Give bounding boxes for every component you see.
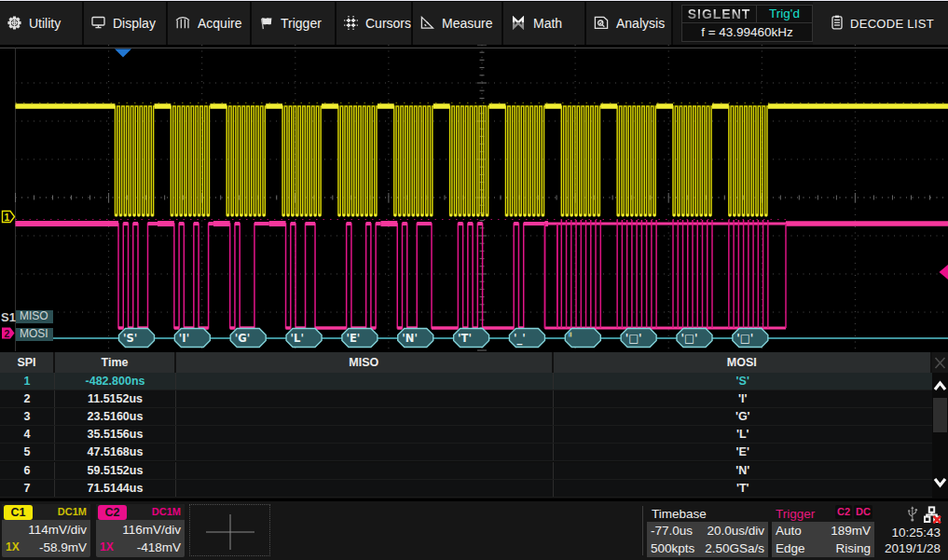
table-row-4[interactable]: 435.5156us'L' bbox=[0, 426, 932, 444]
math-icon bbox=[511, 16, 526, 30]
volts-per-div: 116mV/div bbox=[122, 523, 181, 537]
table-row-1[interactable]: 1-482.800ns'S' bbox=[0, 373, 932, 390]
channel-badge-c2[interactable]: C2 bbox=[98, 505, 127, 520]
menu-item-label: Utility bbox=[29, 16, 61, 31]
table-row-7[interactable]: 771.5144us'T' bbox=[0, 480, 932, 498]
scrollbar-thumb[interactable] bbox=[933, 398, 947, 432]
cell-time: -482.800ns bbox=[55, 373, 176, 389]
menu-item-label: Trigger bbox=[281, 16, 322, 31]
trigger-values: Auto189mVEdgeRising bbox=[772, 522, 874, 557]
trigger-type: Edge bbox=[776, 541, 805, 555]
timebase-delay: -77.0us bbox=[651, 524, 693, 538]
network-icon[interactable] bbox=[924, 506, 941, 527]
menu-item-cursors[interactable]: Cursors bbox=[337, 2, 411, 45]
timebase-points: 500kpts bbox=[651, 541, 694, 555]
cell-miso bbox=[176, 390, 554, 407]
usb-icon[interactable] bbox=[907, 506, 918, 526]
timebase-box[interactable]: Timebase-77.0us20.0us/div500kpts2.50GSa/… bbox=[647, 504, 768, 557]
menu-item-analysis[interactable]: Analysis bbox=[586, 2, 671, 45]
table-row-6[interactable]: 659.5152us'N' bbox=[0, 462, 932, 480]
trigger-box[interactable]: TriggerC2DCAuto189mVEdgeRising bbox=[772, 504, 874, 557]
menu-item-label: Acquire bbox=[198, 16, 241, 31]
cell-time: 47.5168us bbox=[55, 444, 176, 460]
cell-miso bbox=[176, 408, 554, 425]
flag-icon bbox=[259, 16, 273, 30]
menu-item-measure[interactable]: Measure bbox=[413, 2, 501, 45]
decode-bubble-char: '□' bbox=[736, 332, 753, 345]
analysis-icon bbox=[594, 16, 609, 30]
add-channel-box[interactable] bbox=[189, 504, 270, 556]
cell-time: 59.5152us bbox=[55, 462, 176, 479]
menu-item-acquire[interactable]: Acquire bbox=[168, 2, 250, 45]
siglent-logo: SIGLENT bbox=[682, 6, 756, 22]
c1-zero-marker-label: 1 bbox=[5, 212, 10, 223]
menu-item-decode-list[interactable]: DECODE LIST bbox=[813, 2, 948, 45]
menu-item-display[interactable]: Display bbox=[84, 2, 166, 45]
menu-item-label: Cursors bbox=[365, 16, 411, 31]
trigger-mode: Auto bbox=[776, 524, 802, 538]
decode-bubble-char: 'S' bbox=[123, 332, 137, 345]
cell-mosi: 'T' bbox=[554, 480, 933, 497]
menu-item-trigger[interactable]: Trigger bbox=[252, 2, 335, 45]
decode-bubble-mark bbox=[569, 333, 570, 337]
system-time: 10:25:43 bbox=[891, 526, 941, 540]
decode-bus-name: S1 bbox=[1, 310, 16, 324]
scroll-up-button[interactable] bbox=[932, 374, 948, 398]
decode-bubble-char: '□' bbox=[625, 332, 642, 345]
decode-list-icon bbox=[831, 15, 843, 30]
table-header-row: SPITimeMISOMOSI bbox=[0, 352, 932, 373]
gear-icon bbox=[7, 16, 21, 30]
table-scrollbar[interactable] bbox=[932, 373, 948, 499]
probe-attenuation: 1X bbox=[6, 540, 20, 553]
channel-offset: -418mV bbox=[137, 540, 181, 554]
menu-item-label: Measure bbox=[442, 16, 492, 31]
table-row-2[interactable]: 211.5152us'I' bbox=[0, 390, 932, 408]
table-row-5[interactable]: 547.5168us'E' bbox=[0, 444, 932, 461]
cell-spi: 7 bbox=[0, 480, 55, 497]
scroll-down-button[interactable] bbox=[932, 471, 948, 495]
trigger-coupling-chip: DC bbox=[854, 505, 872, 519]
plus-crosshair-icon bbox=[206, 514, 254, 550]
coupling-label: DC1M bbox=[58, 506, 87, 517]
menu-item-math[interactable]: Math bbox=[503, 2, 584, 45]
table-close-button[interactable] bbox=[932, 352, 948, 373]
sample-rate: 2.50GSa/s bbox=[705, 541, 764, 555]
close-icon bbox=[936, 358, 945, 368]
trigger-source-chip: C2 bbox=[835, 505, 852, 519]
menu-item-utility[interactable]: Utility bbox=[0, 2, 82, 45]
status-separator bbox=[642, 506, 643, 555]
status-bar: C1DC1M114mV/div1X-58.9mVC2DC1M116mV/div1… bbox=[0, 499, 948, 560]
channel-box-c2[interactable]: C2DC1M116mV/div1X-418mV bbox=[96, 504, 185, 557]
decode-bubble-char: 'I' bbox=[179, 332, 189, 345]
decode-bubble-char: 'E' bbox=[346, 332, 360, 345]
table-row-3[interactable]: 323.5160us'G' bbox=[0, 408, 932, 426]
brand-cell: SIGLENT bbox=[681, 5, 757, 23]
cell-mosi: 'L' bbox=[554, 426, 933, 443]
cell-spi: 1 bbox=[0, 373, 55, 389]
channel-box-c1[interactable]: C1DC1M114mV/div1X-58.9mV bbox=[2, 504, 90, 557]
decode-bubble-char: 'G' bbox=[235, 332, 250, 345]
chevron-up-icon bbox=[935, 383, 945, 389]
c2-trace-fuzz-rails bbox=[544, 224, 948, 328]
cell-miso bbox=[176, 462, 554, 479]
volts-per-div: 114mV/div bbox=[28, 523, 87, 537]
table-header-time: Time bbox=[55, 352, 176, 373]
cell-mosi: 'I' bbox=[554, 390, 933, 407]
decode-bubble-char: 'T' bbox=[458, 332, 472, 345]
decode-bubble-char: 'N' bbox=[402, 332, 418, 345]
cell-time: 11.5152us bbox=[55, 390, 176, 407]
acquire-icon bbox=[175, 16, 190, 29]
trigger-level: 189mV bbox=[831, 524, 871, 538]
cell-time: 35.5156us bbox=[55, 426, 176, 443]
system-date: 2019/1/28 bbox=[885, 541, 941, 555]
chevron-down-icon bbox=[935, 479, 945, 485]
channel-badge-c1[interactable]: C1 bbox=[4, 505, 33, 520]
menu-item-label: Math bbox=[533, 16, 562, 31]
table-header-spi: SPI bbox=[0, 352, 55, 373]
cell-mosi: 'N' bbox=[554, 462, 933, 479]
cell-mosi: 'S' bbox=[554, 373, 933, 389]
coupling-label: DC1M bbox=[152, 506, 181, 517]
trigger-level-marker bbox=[940, 265, 948, 280]
table-header-miso: MISO bbox=[176, 352, 554, 373]
timebase-scale: 20.0us/div bbox=[707, 524, 764, 538]
